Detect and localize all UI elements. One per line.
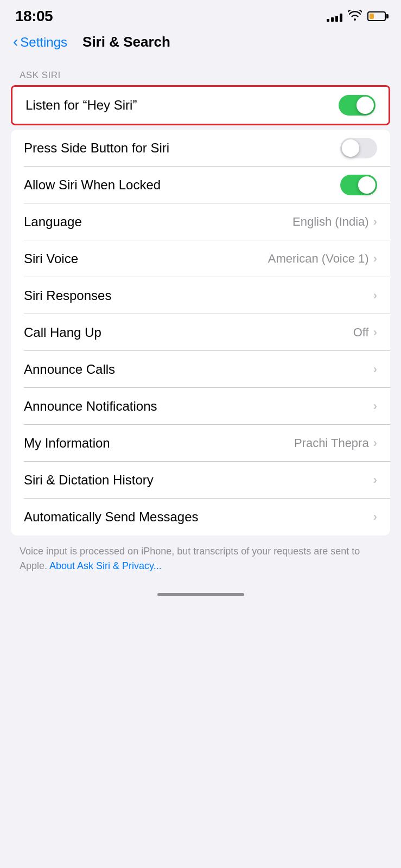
- call-hang-up-right: Off ›: [353, 326, 377, 340]
- hey-siri-toggle[interactable]: [339, 95, 375, 116]
- wifi-icon: [348, 10, 362, 23]
- call-hang-up-label: Call Hang Up: [24, 325, 101, 340]
- siri-dictation-history-row[interactable]: Siri & Dictation History ›: [11, 462, 390, 499]
- hey-siri-toggle-thumb: [357, 97, 374, 114]
- siri-responses-row[interactable]: Siri Responses ›: [11, 277, 390, 314]
- nav-header: ‹ Settings Siri & Search: [0, 29, 401, 59]
- announce-calls-row[interactable]: Announce Calls ›: [11, 351, 390, 388]
- announce-notifications-label: Announce Notifications: [24, 399, 157, 414]
- siri-responses-label: Siri Responses: [24, 288, 111, 303]
- siri-dictation-history-chevron-icon: ›: [373, 473, 377, 487]
- press-side-row[interactable]: Press Side Button for Siri: [11, 130, 390, 167]
- call-hang-up-value: Off: [353, 326, 369, 340]
- siri-voice-label: Siri Voice: [24, 251, 78, 266]
- my-information-chevron-icon: ›: [373, 436, 377, 450]
- page-title: Siri & Search: [82, 34, 170, 50]
- call-hang-up-chevron-icon: ›: [373, 326, 377, 340]
- my-information-right: Prachi Thepra ›: [294, 436, 377, 450]
- allow-locked-row[interactable]: Allow Siri When Locked: [11, 167, 390, 203]
- press-side-label: Press Side Button for Siri: [24, 141, 169, 156]
- siri-dictation-history-label: Siri & Dictation History: [24, 473, 154, 488]
- auto-send-messages-label: Automatically Send Messages: [24, 509, 199, 525]
- call-hang-up-row[interactable]: Call Hang Up Off ›: [11, 314, 390, 351]
- footer-link[interactable]: About Ask Siri & Privacy...: [49, 560, 162, 571]
- my-information-row[interactable]: My Information Prachi Thepra ›: [11, 425, 390, 462]
- siri-responses-right: ›: [373, 289, 377, 303]
- siri-dictation-history-right: ›: [373, 473, 377, 487]
- battery-fill: [370, 14, 374, 19]
- language-chevron-icon: ›: [373, 215, 377, 229]
- announce-notifications-row[interactable]: Announce Notifications ›: [11, 388, 390, 425]
- siri-voice-chevron-icon: ›: [373, 252, 377, 266]
- signal-icon: [327, 11, 342, 22]
- battery-icon: [367, 11, 386, 21]
- siri-voice-row[interactable]: Siri Voice American (Voice 1) ›: [11, 240, 390, 277]
- announce-calls-right: ›: [373, 362, 377, 376]
- announce-calls-label: Announce Calls: [24, 362, 115, 377]
- press-side-toggle-thumb: [342, 139, 359, 157]
- hey-siri-row[interactable]: Listen for “Hey Siri”: [12, 87, 389, 124]
- language-row[interactable]: Language English (India) ›: [11, 203, 390, 240]
- section-label-ask-siri: ASK SIRI: [0, 59, 401, 85]
- back-chevron-icon: ‹: [13, 34, 18, 49]
- language-right: English (India) ›: [292, 215, 377, 229]
- siri-settings-group: Press Side Button for Siri Allow Siri Wh…: [11, 130, 390, 535]
- back-button[interactable]: ‹ Settings: [13, 35, 67, 50]
- my-information-label: My Information: [24, 436, 110, 451]
- auto-send-messages-right: ›: [373, 510, 377, 524]
- allow-locked-toggle[interactable]: [340, 175, 377, 195]
- announce-calls-chevron-icon: ›: [373, 362, 377, 376]
- footer-note: Voice input is processed on iPhone, but …: [0, 538, 401, 584]
- my-information-value: Prachi Thepra: [294, 436, 369, 450]
- auto-send-messages-chevron-icon: ›: [373, 510, 377, 524]
- press-side-toggle[interactable]: [340, 138, 377, 158]
- hey-siri-label: Listen for “Hey Siri”: [26, 98, 137, 113]
- status-bar: 18:05: [0, 0, 401, 29]
- announce-notifications-chevron-icon: ›: [373, 399, 377, 413]
- home-bar: [157, 593, 244, 596]
- language-label: Language: [24, 214, 82, 229]
- home-indicator: [0, 584, 401, 603]
- back-label: Settings: [20, 35, 67, 50]
- allow-locked-label: Allow Siri When Locked: [24, 177, 161, 193]
- siri-responses-chevron-icon: ›: [373, 289, 377, 303]
- status-time: 18:05: [15, 8, 53, 25]
- siri-voice-value: American (Voice 1): [268, 252, 369, 266]
- siri-voice-right: American (Voice 1) ›: [268, 252, 377, 266]
- status-icons: [327, 10, 386, 23]
- announce-notifications-right: ›: [373, 399, 377, 413]
- language-value: English (India): [292, 215, 369, 229]
- hey-siri-group: Listen for “Hey Siri”: [11, 85, 390, 125]
- auto-send-messages-row[interactable]: Automatically Send Messages ›: [11, 499, 390, 535]
- allow-locked-toggle-thumb: [358, 176, 375, 194]
